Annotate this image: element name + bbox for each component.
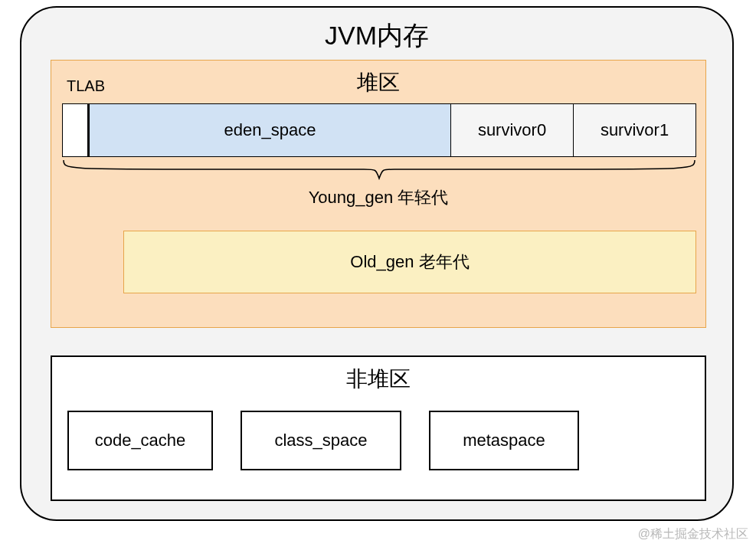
old-gen-box: Old_gen 老年代 — [123, 231, 696, 293]
jvm-memory-container: JVM内存 堆区 TLAB eden_space survivor0 survi… — [20, 6, 734, 521]
tlab-box — [62, 103, 90, 157]
young-gen-label: Young_gen 年轻代 — [51, 186, 705, 209]
metaspace-box: metaspace — [429, 411, 579, 470]
survivor0-box: survivor0 — [451, 103, 574, 157]
class-space-box: class_space — [241, 411, 401, 470]
tlab-label: TLAB — [67, 77, 105, 95]
heap-title: 堆区 — [51, 68, 705, 97]
nonheap-row: code_cache class_space metaspace — [67, 411, 579, 470]
survivor1-box: survivor1 — [574, 103, 696, 157]
eden-space-box: eden_space — [90, 103, 451, 157]
young-gen-row: eden_space survivor0 survivor1 — [62, 103, 696, 157]
nonheap-title: 非堆区 — [52, 365, 705, 394]
nonheap-area: 非堆区 code_cache class_space metaspace — [51, 355, 706, 501]
watermark-text: @稀土掘金技术社区 — [638, 526, 748, 542]
heap-area: 堆区 TLAB eden_space survivor0 survivor1 Y… — [51, 60, 706, 328]
diagram-title: JVM内存 — [21, 18, 732, 54]
young-gen-brace — [62, 159, 696, 182]
code-cache-box: code_cache — [67, 411, 213, 470]
